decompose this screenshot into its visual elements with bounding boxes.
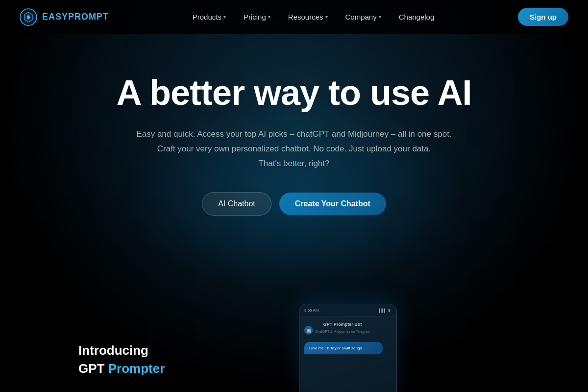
chevron-down-icon: ▾: [325, 14, 328, 20]
hero-cta-group: AI Chatbot Create Your Chatbot: [202, 192, 386, 216]
header: EASYPROMPT Products ▾ Pricing ▾ Resource…: [0, 0, 588, 34]
main-nav: Products ▾ Pricing ▾ Resources ▾ Company…: [186, 9, 441, 25]
nav-pricing[interactable]: Pricing ▾: [237, 9, 277, 25]
nav-company[interactable]: Company ▾: [339, 9, 388, 25]
main-content: A better way to use AI Easy and quick. A…: [0, 0, 588, 392]
nav-resources[interactable]: Resources ▾: [281, 9, 335, 25]
intro-text-block: Introducing GPT Prompter: [78, 342, 165, 377]
hero-title: A better way to use AI: [117, 74, 472, 112]
hero-section: A better way to use AI Easy and quick. A…: [0, 34, 588, 216]
create-chatbot-button[interactable]: Create Your Chatbot: [279, 193, 386, 215]
signup-button[interactable]: Sign up: [518, 8, 568, 26]
chat-bubble: Give me 10 Taylor Swift songs: [304, 342, 383, 354]
logo-text: EASYPROMPT: [42, 12, 109, 22]
chevron-down-icon: ▾: [223, 14, 226, 20]
bot-avatar: 🤖: [304, 326, 313, 335]
bot-header-row: 🤖 GPT Prompter Bot ChatGPT & Midjourney …: [304, 322, 392, 338]
nav-changelog[interactable]: Changelog: [392, 9, 441, 25]
phone-content: 🤖 GPT Prompter Bot ChatGPT & Midjourney …: [299, 317, 396, 362]
logo[interactable]: EASYPROMPT: [20, 8, 109, 26]
phone-mockup: 9:06 AM ▐▐▐ 🔋 🤖 GPT Prompter Bot ChatGPT…: [299, 304, 397, 392]
phone-status-icons: ▐▐▐ 🔋: [378, 309, 392, 313]
phone-status-bar: 9:06 AM ▐▐▐ 🔋: [299, 304, 396, 317]
bottom-section: Introducing GPT Prompter 9:06 AM ▐▐▐ 🔋 🤖…: [0, 294, 588, 392]
ai-chatbot-button[interactable]: AI Chatbot: [202, 192, 271, 216]
chevron-down-icon: ▾: [379, 14, 381, 20]
logo-icon: [20, 8, 37, 26]
chevron-down-icon: ▾: [268, 14, 270, 20]
svg-point-1: [27, 16, 30, 19]
hero-subtitle: Easy and quick. Access your top AI picks…: [136, 127, 451, 171]
nav-products[interactable]: Products ▾: [186, 9, 233, 25]
